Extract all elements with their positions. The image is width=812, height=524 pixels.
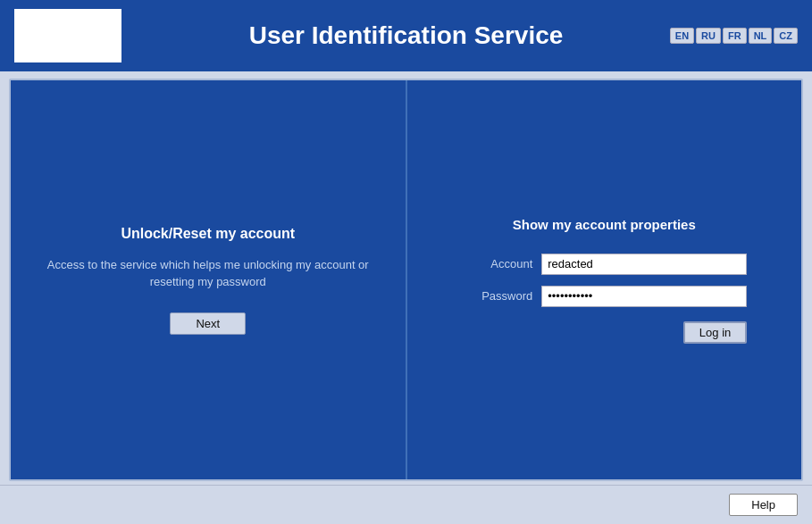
- language-selector: EN RU FR NL CZ: [670, 28, 798, 44]
- unlock-title: Unlock/Reset my account: [121, 226, 295, 242]
- login-row: Log in: [461, 321, 747, 344]
- help-button[interactable]: Help: [729, 494, 798, 516]
- unlock-description: Access to the service which helps me unl…: [38, 256, 379, 291]
- content-panel: Unlock/Reset my account Access to the se…: [9, 79, 803, 481]
- footer: Help: [0, 485, 812, 524]
- login-panel-title: Show my account properties: [513, 217, 696, 232]
- password-row: Password: [461, 286, 747, 307]
- login-panel: Show my account properties Account Passw…: [407, 80, 802, 479]
- password-label: Password: [461, 289, 532, 303]
- password-input[interactable]: [541, 286, 747, 307]
- lang-cz-button[interactable]: CZ: [774, 28, 798, 44]
- logo: [14, 9, 121, 62]
- unlock-panel: Unlock/Reset my account Access to the se…: [11, 80, 407, 479]
- main-wrapper: Unlock/Reset my account Access to the se…: [0, 71, 812, 485]
- lang-ru-button[interactable]: RU: [696, 28, 721, 44]
- next-button[interactable]: Next: [170, 312, 246, 335]
- page-title: User Identification Service: [249, 21, 564, 50]
- account-input[interactable]: [541, 254, 747, 275]
- account-row: Account: [461, 254, 747, 275]
- account-label: Account: [461, 257, 532, 270]
- lang-fr-button[interactable]: FR: [723, 28, 747, 44]
- login-button[interactable]: Log in: [683, 321, 747, 344]
- lang-en-button[interactable]: EN: [670, 28, 694, 44]
- header: User Identification Service EN RU FR NL …: [0, 0, 812, 71]
- lang-nl-button[interactable]: NL: [749, 28, 773, 44]
